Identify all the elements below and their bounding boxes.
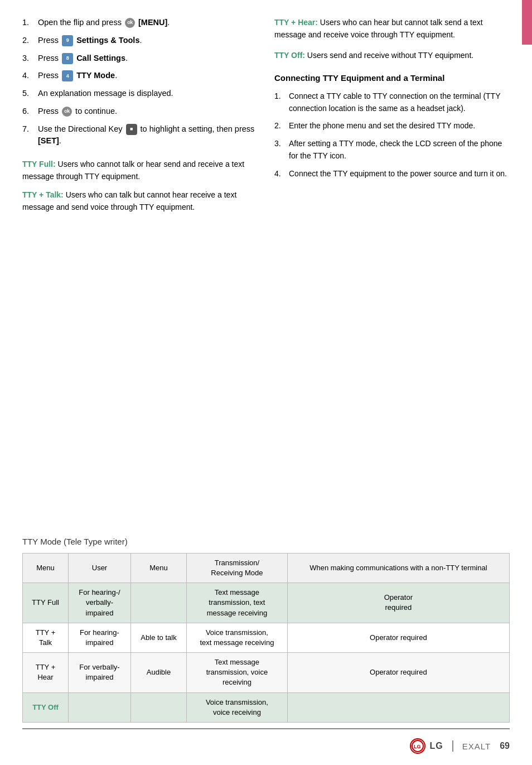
connecting-title: Connecting TTY Equipment and a Terminal	[274, 72, 510, 84]
nav-icon: ■	[126, 124, 137, 135]
table-row-tty-talk: TTY +Talk For hearing-impaired Able to t…	[23, 623, 510, 652]
connecting-step-4-content: Connect the TTY equipment to the power s…	[289, 168, 510, 180]
tty-talk-transmission: Voice transmission,text message receivin…	[187, 623, 288, 652]
lg-circle-icon: LG	[410, 738, 425, 754]
right-column: TTY + Hear: Users who can hear but canno…	[274, 17, 510, 523]
4ghi-icon: 4	[62, 70, 73, 81]
tty-hear-label: TTY + Hear:	[274, 18, 318, 27]
table-row-tty-hear: TTY +Hear For verbally-impaired Audible …	[23, 653, 510, 693]
tty-full-label: TTY Full:	[22, 160, 56, 169]
tty-hear-menu2: Audible	[130, 653, 186, 693]
step-5-content: An explanation message is displayed.	[38, 88, 258, 100]
col-menu: Menu	[23, 553, 69, 583]
main-content: 1. Open the flip and press ok [MENU]. 2.…	[22, 17, 510, 523]
tty-full-desc: Users who cannot talk or hear send and r…	[22, 160, 244, 181]
tty-hear-text: TTY + Hear: Users who can hear but canno…	[274, 17, 510, 41]
col-menu2: Menu	[130, 553, 186, 583]
connecting-step-3-content: After setting a TTY mode, check the LCD …	[289, 138, 510, 162]
step-1-content: Open the flip and press ok [MENU].	[38, 17, 258, 29]
page-footer: LG LG EXALT 69	[22, 728, 510, 754]
connecting-step-1-num: 1.	[274, 90, 289, 103]
connecting-step-3: 3. After setting a TTY mode, check the L…	[274, 138, 510, 162]
step-1-num: 1.	[22, 17, 38, 29]
col-when-making: When making communications with a non-TT…	[287, 553, 509, 583]
step-7: 7. Use the Directional Key ■ to highligh…	[22, 123, 258, 148]
tty-off-when	[287, 692, 509, 722]
footer-page-number: 69	[500, 741, 510, 751]
tty-mode-title: TTY Mode (Tele Type writer)	[22, 537, 510, 546]
step-4-content: Press 4 TTY Mode.	[38, 70, 258, 82]
col-transmission: Transmission/Receiving Mode	[187, 553, 288, 583]
step-6-num: 6.	[22, 105, 38, 118]
step-3-content: Press 8 Call Settings.	[38, 52, 258, 65]
connecting-step-2-num: 2.	[274, 120, 289, 132]
tty-off-menu2	[130, 692, 186, 722]
step-5-num: 5.	[22, 88, 38, 100]
connecting-step-4: 4. Connect the TTY equipment to the powe…	[274, 168, 510, 180]
step-4-num: 4.	[22, 70, 38, 82]
page-container: 1. Open the flip and press ok [MENU]. 2.…	[0, 0, 532, 765]
tty-off-transmission: Voice transmission,voice receiving	[187, 692, 288, 722]
col-user: User	[69, 553, 131, 583]
tty-talk-user: For hearing-impaired	[69, 623, 131, 652]
step-4: 4. Press 4 TTY Mode.	[22, 70, 258, 82]
ok-icon-2: ok	[62, 107, 72, 117]
step-2: 2. Press 9 Settings & Tools.	[22, 35, 258, 47]
table-row-tty-full: TTY Full For hearing-/verbally-impaired …	[23, 583, 510, 623]
table-row-tty-off: TTY Off Voice transmission,voice receivi…	[23, 692, 510, 722]
ok-icon: ok	[125, 18, 135, 28]
step-1: 1. Open the flip and press ok [MENU].	[22, 17, 258, 29]
step-2-content: Press 9 Settings & Tools.	[38, 35, 258, 47]
footer-brand-text: LG	[430, 741, 443, 751]
tty-talk-label: TTY + Talk:	[22, 190, 64, 199]
tty-hear-menu: TTY +Hear	[23, 653, 69, 693]
tty-talk-menu2: Able to talk	[130, 623, 186, 652]
table-header-row: Menu User Menu Transmission/Receiving Mo…	[23, 553, 510, 583]
footer-divider	[452, 740, 453, 752]
tty-hear-transmission: Text messagetransmission, voicereceiving	[187, 653, 288, 693]
connecting-step-1-content: Connect a TTY cable to TTY connection on…	[289, 90, 510, 114]
step-6: 6. Press ok to continue.	[22, 105, 258, 118]
step-3: 3. Press 8 Call Settings.	[22, 52, 258, 65]
9wxyz-icon: 9	[62, 35, 73, 46]
connecting-step-1: 1. Connect a TTY cable to TTY connection…	[274, 90, 510, 114]
step-6-content: Press ok to continue.	[38, 105, 258, 118]
connecting-step-4-num: 4.	[274, 168, 289, 180]
tty-off-block: TTY Off: Users send and receive without …	[274, 50, 510, 62]
tty-off-desc: Users send and receive without TTY equip…	[307, 51, 473, 60]
step-5: 5. An explanation message is displayed.	[22, 88, 258, 100]
tty-talk-block: TTY + Talk: Users who can talk but canno…	[22, 189, 258, 213]
tty-full-transmission: Text messagetransmission, textmessage re…	[187, 583, 288, 623]
tty-hear-user: For verbally-impaired	[69, 653, 131, 693]
tty-full-when: Operatorrequired	[287, 583, 509, 623]
tty-off-menu: TTY Off	[23, 692, 69, 722]
tty-off-user	[69, 692, 131, 722]
tty-talk-when: Operator required	[287, 623, 509, 652]
8tuv-icon: 8	[62, 53, 73, 64]
tty-off-label: TTY Off:	[274, 51, 305, 60]
pink-tab	[522, 0, 532, 45]
svg-text:LG: LG	[414, 744, 421, 749]
tty-full-menu: TTY Full	[23, 583, 69, 623]
step-7-num: 7.	[22, 123, 38, 136]
tty-talk-menu: TTY +Talk	[23, 623, 69, 652]
tty-mode-table: Menu User Menu Transmission/Receiving Mo…	[22, 553, 510, 723]
connecting-steps-list: 1. Connect a TTY cable to TTY connection…	[274, 90, 510, 180]
footer-model-text: EXALT	[462, 742, 491, 751]
left-column: 1. Open the flip and press ok [MENU]. 2.…	[22, 17, 258, 523]
tty-hear-block: TTY + Hear: Users who can hear but canno…	[274, 17, 510, 41]
tty-full-block: TTY Full: Users who cannot talk or hear …	[22, 158, 258, 182]
connecting-step-3-num: 3.	[274, 138, 289, 150]
tty-mode-section: TTY Mode (Tele Type writer) Menu User Me…	[22, 537, 510, 723]
tty-hear-when: Operator required	[287, 653, 509, 693]
tty-full-user: For hearing-/verbally-impaired	[69, 583, 131, 623]
step-3-num: 3.	[22, 52, 38, 65]
connecting-step-2: 2. Enter the phone menu and set the desi…	[274, 120, 510, 132]
tty-full-menu2	[130, 583, 186, 623]
step-2-num: 2.	[22, 35, 38, 47]
step-7-content: Use the Directional Key ■ to highlight a…	[38, 123, 258, 148]
connecting-step-2-content: Enter the phone menu and set the desired…	[289, 120, 510, 132]
steps-list: 1. Open the flip and press ok [MENU]. 2.…	[22, 17, 258, 147]
footer-logo: LG LG EXALT	[410, 738, 491, 754]
